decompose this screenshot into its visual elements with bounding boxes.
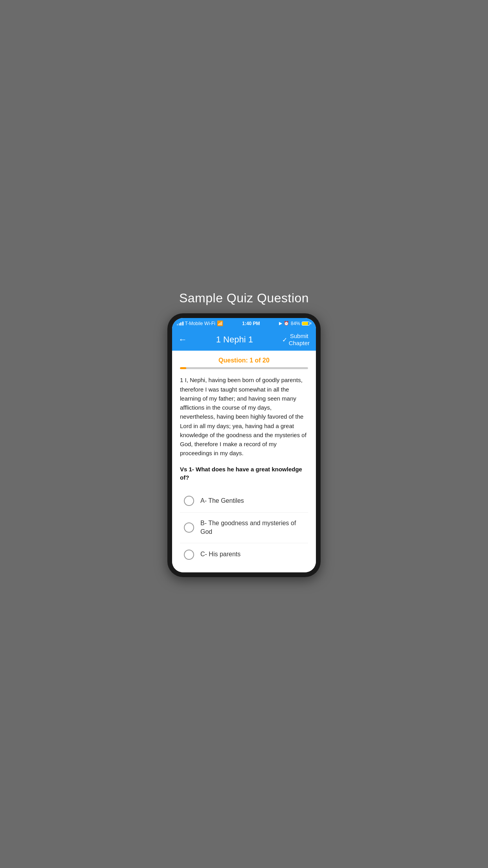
answer-label-a: A- The Gentiles: [200, 497, 244, 505]
content-area: Question: 1 of 20 1 I, Nephi, having bee…: [172, 351, 316, 572]
question-header: Question: 1 of 20: [180, 357, 308, 364]
passage-text: 1 I, Nephi, having been born of goodly p…: [180, 375, 308, 458]
location-icon: ▶: [279, 321, 282, 326]
checkmark-icon: ✓: [282, 336, 287, 344]
submit-chapter-label: SubmitChapter: [289, 333, 310, 347]
alarm-icon: ⏰: [284, 321, 289, 326]
answer-option-b[interactable]: B- The goodness and mysteries of God: [180, 513, 308, 543]
phone-frame: T-Mobile Wi-Fi 📶 1:40 PM ▶ ⏰ 84%: [167, 313, 321, 577]
answer-option-a[interactable]: A- The Gentiles: [180, 489, 308, 513]
answer-option-c[interactable]: C- His parents: [180, 543, 308, 566]
answer-label-c: C- His parents: [200, 550, 240, 559]
status-bar: T-Mobile Wi-Fi 📶 1:40 PM ▶ ⏰ 84%: [172, 318, 316, 329]
page-title: Sample Quiz Question: [179, 291, 309, 305]
phone-screen: T-Mobile Wi-Fi 📶 1:40 PM ▶ ⏰ 84%: [172, 318, 316, 572]
nav-bar: ← 1 Nephi 1 ✓ SubmitChapter: [172, 329, 316, 351]
status-time: 1:40 PM: [242, 321, 260, 326]
wifi-icon: 📶: [217, 320, 223, 326]
radio-a[interactable]: [184, 496, 194, 506]
answer-options-list: A- The Gentiles B- The goodness and myst…: [180, 489, 308, 566]
back-button[interactable]: ←: [178, 335, 187, 345]
status-right: ▶ ⏰ 84%: [279, 321, 311, 326]
submit-chapter-button[interactable]: ✓ SubmitChapter: [282, 333, 310, 347]
battery-icon: [302, 322, 311, 326]
page-wrapper: Sample Quiz Question T-Mobile Wi-Fi 📶 1:…: [161, 291, 327, 577]
radio-b[interactable]: [184, 522, 194, 533]
question-text: Vs 1- What does he have a great knowledg…: [180, 465, 308, 482]
carrier-label: T-Mobile Wi-Fi: [185, 321, 215, 326]
progress-bar-fill: [180, 367, 186, 369]
answer-label-b: B- The goodness and mysteries of God: [200, 519, 304, 537]
battery-percent: 84%: [291, 321, 300, 326]
progress-bar-container: [180, 367, 308, 369]
nav-title: 1 Nephi 1: [216, 335, 253, 345]
signal-bars-icon: [177, 322, 183, 326]
status-left: T-Mobile Wi-Fi 📶: [177, 320, 223, 326]
radio-c[interactable]: [184, 550, 194, 560]
